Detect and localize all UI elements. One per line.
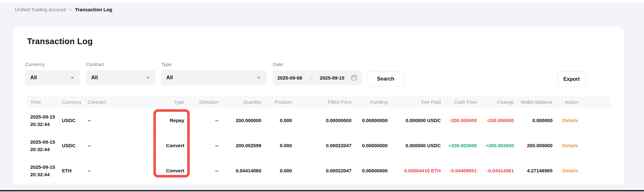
cell-time: 2025-09-15 20:32:44	[26, 108, 62, 133]
cell-type: Repay	[117, 108, 184, 133]
cell-currency: ETH	[62, 158, 88, 183]
col-header-contract: Contract	[88, 96, 117, 108]
cell-filled-price: 0.00022047	[292, 133, 351, 158]
cell-direction: --	[184, 108, 218, 133]
cell-time-date: 2025-09-15	[30, 163, 62, 171]
cell-wallet-balance: 200.000000	[514, 133, 553, 158]
cell-quantity: 200.000000	[218, 108, 261, 133]
cell-wallet-balance: 4.27146565	[514, 158, 553, 183]
cell-change: -0.04414061	[477, 158, 514, 183]
cell-change: -200.000000	[477, 108, 514, 133]
cell-cash-flow: +200.002600	[441, 133, 477, 158]
chevron-right-icon: >	[69, 7, 72, 12]
col-header-change: Change	[477, 96, 514, 108]
col-header-wallet-balance: Wallet Balance	[514, 96, 553, 108]
caret-down-icon: ▼	[70, 76, 74, 80]
type-filter-group: Type All ▼	[161, 62, 266, 85]
date-filter-label: Date	[273, 62, 362, 67]
currency-filter-group: Currency All ▼	[25, 62, 80, 85]
cell-cash-flow: -200.000000	[441, 108, 477, 133]
contract-filter-group: Contract All ▼	[86, 62, 156, 85]
breadcrumb-unified-trading-account[interactable]: Unified Trading Account	[15, 7, 66, 12]
contract-filter-label: Contract	[86, 62, 156, 67]
date-range-picker[interactable]: 2025-09-08 → 2025-09-15	[273, 70, 362, 85]
cell-quantity: 200.002599	[218, 133, 261, 158]
cell-direction: --	[184, 133, 218, 158]
cell-time-date: 2025-09-15	[30, 113, 62, 120]
date-end-value[interactable]: 2025-09-15	[320, 75, 344, 81]
currency-filter-label: Currency	[25, 62, 80, 67]
cell-cash-flow: -0.04409651	[441, 158, 477, 183]
col-header-currency: Currency	[62, 96, 88, 108]
page-title: Transaction Log	[27, 36, 93, 46]
cell-fee-paid: 0.000000 USDC	[388, 108, 441, 133]
details-link[interactable]: Details	[562, 118, 578, 123]
details-link[interactable]: Details	[562, 143, 578, 148]
caret-down-icon: ▼	[256, 76, 261, 80]
type-select-value: All	[166, 75, 173, 81]
col-header-fee-paid: Fee Paid	[388, 96, 441, 108]
cell-direction: --	[184, 158, 218, 183]
arrow-right-icon: →	[309, 75, 313, 81]
col-header-quantity: Quantity	[218, 96, 261, 108]
col-header-funding: Funding	[351, 96, 388, 108]
export-button[interactable]: Export	[557, 72, 586, 87]
col-header-time: Time	[26, 96, 62, 108]
col-header-direction: Direction	[184, 96, 218, 108]
cell-position: 0.000	[261, 108, 292, 133]
cell-time-date: 2025-09-15	[30, 138, 62, 146]
cell-time-clock: 20:32:44	[30, 120, 62, 128]
contract-select[interactable]: All ▼	[86, 70, 156, 85]
cell-filled-price: 0.00000000	[292, 108, 351, 133]
cell-fee-paid: 0.00004410 ETH	[388, 158, 441, 183]
cell-contract: --	[88, 158, 117, 183]
cell-filled-price: 0.00022047	[292, 158, 351, 183]
details-link[interactable]: Details	[562, 168, 578, 173]
table-row: 2025-09-15 20:32:44 USDC -- Convert -- 2…	[26, 133, 610, 158]
cell-position: 0.000	[261, 133, 292, 158]
cell-contract: --	[88, 108, 117, 133]
transaction-table-wrap: Time Currency Contract Type Direction Qu…	[26, 96, 610, 183]
table-row: 2025-09-15 20:32:44 USDC -- Repay -- 200…	[26, 108, 610, 133]
type-filter-label: Type	[161, 62, 266, 67]
currency-select-value: All	[30, 75, 37, 81]
date-start-value[interactable]: 2025-09-08	[277, 75, 302, 81]
window-bottom-edge	[0, 190, 644, 191]
cell-currency: USDC	[62, 108, 88, 133]
cell-currency: USDC	[62, 133, 88, 158]
search-button[interactable]: Search	[367, 72, 404, 86]
contract-select-value: All	[91, 75, 98, 81]
col-header-type: Type	[117, 96, 184, 108]
caret-down-icon: ▼	[146, 76, 150, 80]
cell-position: 0.000	[261, 158, 292, 183]
cell-type: Convert	[117, 133, 184, 158]
table-row: 2025-09-15 20:32:44 ETH -- Convert -- 0.…	[26, 158, 610, 183]
cell-contract: --	[88, 133, 117, 158]
cell-funding: 0.00000000	[351, 158, 388, 183]
date-filter-group: Date 2025-09-08 → 2025-09-15	[273, 62, 362, 85]
col-header-cash-flow: Cash Flow	[441, 96, 477, 108]
cell-funding: 0.00000000	[351, 108, 388, 133]
cell-quantity: 0.04414060	[218, 158, 261, 183]
transaction-table: Time Currency Contract Type Direction Qu…	[26, 96, 610, 183]
calendar-icon[interactable]	[351, 74, 357, 81]
cell-funding: 0.00000000	[351, 133, 388, 158]
cell-time: 2025-09-15 20:32:44	[26, 158, 62, 183]
breadcrumb: Unified Trading Account > Transaction Lo…	[15, 7, 112, 12]
cell-fee-paid: 0.000000 USDC	[388, 133, 441, 158]
cell-type: Convert	[117, 158, 184, 183]
cell-time-clock: 20:32:44	[30, 171, 62, 178]
col-header-filled-price: Filled Price	[292, 96, 351, 108]
col-header-action: Action	[553, 96, 610, 108]
transaction-log-card: Transaction Log Currency All ▼ Contract …	[13, 27, 624, 185]
type-select[interactable]: All ▼	[161, 70, 266, 85]
currency-select[interactable]: All ▼	[25, 70, 80, 85]
transaction-log-page: Unified Trading Account > Transaction Lo…	[0, 0, 644, 192]
cell-time-clock: 20:32:44	[30, 146, 62, 153]
breadcrumb-transaction-log: Transaction Log	[75, 7, 112, 12]
cell-wallet-balance: 0.000000	[514, 108, 553, 133]
table-header-row: Time Currency Contract Type Direction Qu…	[26, 96, 610, 108]
col-header-position: Position	[261, 96, 292, 108]
cell-change: +200.002600	[477, 133, 514, 158]
cell-time: 2025-09-15 20:32:44	[26, 133, 62, 158]
